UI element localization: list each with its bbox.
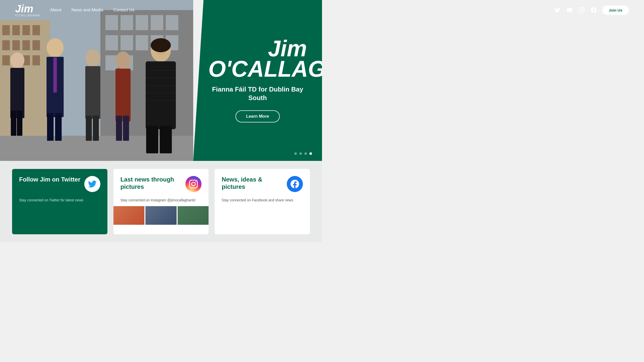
cards-section: Follow Jim on Twitter Stay connected on … — [0, 161, 322, 242]
instagram-card-text: Last news through pictures — [120, 176, 186, 191]
hero-logo-jim: Jim — [208, 38, 307, 59]
site-logo[interactable]: Jim O'CALLAGHAN — [15, 4, 40, 17]
twitter-bird-icon — [88, 180, 97, 188]
hero-logo: Jim O'CALLAGHAN — [208, 38, 307, 79]
facebook-card-text: News, ideas & pictures — [222, 176, 287, 191]
instagram-img-2 — [145, 206, 177, 225]
facebook-card[interactable]: News, ideas & pictures Stay connected on… — [215, 169, 310, 234]
instagram-card-images — [113, 202, 209, 225]
instagram-card-title: Last news through pictures — [120, 176, 186, 191]
instagram-circle-icon[interactable] — [185, 176, 202, 192]
hero-logo-ocallaghan: O'CALLAGHAN — [208, 56, 322, 81]
instagram-img-3 — [178, 206, 209, 225]
twitter-card-header: Follow Jim on Twitter — [12, 169, 107, 196]
svg-rect-55 — [0, 0, 193, 161]
twitter-circle-icon[interactable] — [84, 176, 100, 192]
facebook-card-header: News, ideas & pictures — [215, 169, 310, 196]
instagram-card-header: Last news through pictures — [113, 169, 209, 196]
nav-contact[interactable]: Contact Us — [113, 8, 134, 13]
instagram-camera-icon — [189, 180, 198, 188]
slider-dot-1[interactable] — [294, 152, 297, 155]
hero-section: Jim O'CALLAGHAN Fianna Fáil TD for Dubli… — [0, 0, 322, 161]
facebook-card-title: News, ideas & pictures — [222, 176, 287, 191]
logo-ocallaghan: O'CALLAGHAN — [15, 14, 40, 17]
hero-title: Fianna Fáil TD for Dublin Bay South — [208, 85, 307, 102]
slider-dot-2[interactable] — [299, 152, 302, 155]
facebook-circle-icon[interactable] — [287, 176, 303, 192]
nav-about[interactable]: About — [50, 8, 61, 13]
twitter-card-subtitle: Stay connected on Twitter for latest new… — [12, 198, 107, 202]
main-nav: About News and Media Contact Us — [50, 8, 322, 13]
learn-more-button[interactable]: Learn More — [235, 110, 280, 122]
hero-right-panel: Jim O'CALLAGHAN Fianna Fáil TD for Dubli… — [193, 0, 322, 161]
hero-image — [0, 0, 193, 161]
twitter-card-text: Follow Jim on Twitter — [19, 176, 80, 183]
instagram-img-1 — [113, 206, 145, 225]
instagram-card[interactable]: Last news through pictures Stay connecte… — [113, 169, 209, 234]
nav-news-media[interactable]: News and Media — [71, 8, 103, 13]
slider-dot-4[interactable] — [309, 152, 312, 155]
twitter-card-title: Follow Jim on Twitter — [19, 176, 80, 183]
logo-jim: Jim — [15, 4, 40, 14]
slider-dots — [294, 152, 312, 155]
slider-dot-3[interactable] — [304, 152, 307, 155]
facebook-f-icon — [291, 180, 299, 188]
hero-photo-area — [0, 0, 193, 161]
site-header: Jim O'CALLAGHAN About News and Media Con… — [0, 0, 322, 20]
twitter-card[interactable]: Follow Jim on Twitter Stay connected on … — [12, 169, 107, 234]
instagram-card-subtitle: Stay connected on Instagram @jimocallagh… — [113, 198, 209, 202]
facebook-card-subtitle: Stay connected on Facebook and share new… — [215, 198, 310, 202]
